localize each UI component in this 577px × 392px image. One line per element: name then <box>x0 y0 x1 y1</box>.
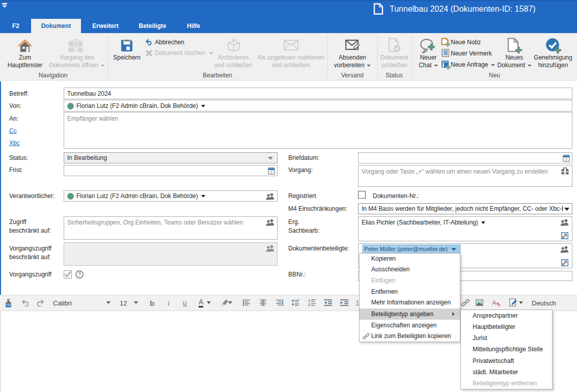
svg-text:2: 2 <box>308 303 310 306</box>
svg-text:1: 1 <box>308 299 310 302</box>
svg-text:7: 7 <box>270 170 273 175</box>
svg-text:A: A <box>492 299 497 306</box>
svg-text:7: 7 <box>565 157 568 162</box>
svg-text:?: ? <box>78 272 81 277</box>
